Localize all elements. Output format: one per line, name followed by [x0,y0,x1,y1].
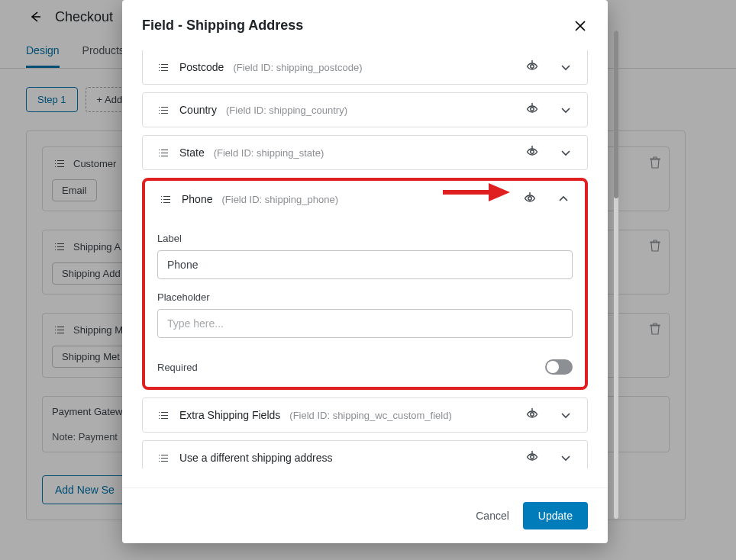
trash-icon[interactable] [647,238,661,255]
visibility-icon[interactable] [525,450,540,465]
field-id: (Field ID: shipping_state) [214,147,324,159]
back-arrow-icon[interactable] [26,8,44,26]
field-row-header[interactable]: Extra Shipping Fields (Field ID: shippin… [143,398,587,432]
field-row-extra-shipping: Extra Shipping Fields (Field ID: shippin… [142,397,588,433]
drag-handle-icon[interactable] [155,407,170,423]
step-1-button[interactable]: Step 1 [26,87,78,112]
visibility-icon[interactable] [525,60,540,75]
chevron-down-icon[interactable] [557,450,575,465]
field-row-country: Country (Field ID: shipping_country) [142,92,588,127]
modal-body: Postcode (Field ID: shipping_postcode) C… [122,50,608,488]
field-row-different-address: Use a different shipping address [142,440,588,468]
required-label: Required [157,362,198,373]
field-name: Postcode [179,61,224,73]
section-title: Payment Gatew [52,406,123,417]
required-toggle[interactable] [545,359,573,375]
placeholder-label: Placeholder [157,291,573,303]
section-title: Shipping M [73,324,123,336]
section-title: Shipping A [73,241,121,253]
chevron-down-icon[interactable] [557,60,575,75]
field-row-header[interactable]: Country (Field ID: shipping_country) [143,93,587,127]
drag-handle-icon[interactable] [155,60,170,75]
scrollbar-thumb[interactable] [614,31,618,198]
scrollbar[interactable] [614,31,618,519]
field-editor-modal: Field - Shipping Address Postcode (Field… [122,0,608,543]
add-new-section-button[interactable]: Add New Se [42,475,128,504]
visibility-icon[interactable] [525,407,540,423]
label-label: Label [157,233,573,244]
chevron-down-icon[interactable] [557,102,575,117]
field-row-phone-expanded: Phone (Field ID: shipping_phone) Label P… [142,178,588,390]
trash-icon[interactable] [647,155,661,172]
close-icon[interactable] [571,17,588,34]
field-id: (Field ID: shipping_wc_custom_field) [289,410,451,421]
visibility-icon[interactable] [525,102,540,117]
trash-icon[interactable] [647,321,661,338]
visibility-icon[interactable] [525,145,540,160]
field-row-header[interactable]: Phone (Field ID: shipping_phone) [147,182,583,216]
chevron-up-icon[interactable] [554,191,573,207]
field-settings-body: Label Placeholder Required [147,216,583,385]
tab-products[interactable]: Products [82,44,124,68]
field-name: State [179,146,205,159]
field-id: (Field ID: shipping_postcode) [233,62,362,73]
field-row-header[interactable]: Use a different shipping address [143,441,587,468]
field-id: (Field ID: shipping_phone) [221,194,337,205]
field-row-header[interactable]: Postcode (Field ID: shipping_postcode) [143,50,587,84]
field-pill-shipping-address[interactable]: Shipping Add [52,262,131,285]
field-row-state: State (Field ID: shipping_state) [142,135,588,170]
update-button[interactable]: Update [523,502,588,529]
modal-header: Field - Shipping Address [122,0,608,50]
field-name: Use a different shipping address [179,452,333,464]
tab-design[interactable]: Design [26,44,60,68]
drag-handle-icon[interactable] [155,145,170,160]
visibility-icon[interactable] [522,191,537,207]
drag-handle-icon[interactable] [157,191,173,207]
drag-handle-icon[interactable] [155,102,170,117]
drag-handle-icon[interactable] [155,450,170,465]
cancel-button[interactable]: Cancel [476,510,509,522]
section-title: Customer [73,158,116,169]
chevron-down-icon[interactable] [557,145,575,160]
field-id: (Field ID: shipping_country) [226,105,347,116]
field-pill-email[interactable]: Email [52,179,97,201]
modal-title: Field - Shipping Address [142,18,303,34]
placeholder-input[interactable] [157,309,573,338]
chevron-down-icon[interactable] [557,407,575,423]
label-input[interactable] [157,250,573,279]
field-pill-shipping-method[interactable]: Shipping Met [52,346,130,368]
page-title: Checkout [55,9,113,25]
field-row-postcode: Postcode (Field ID: shipping_postcode) [142,50,588,85]
modal-footer: Cancel Update [122,488,608,543]
field-name: Country [179,104,217,116]
field-name: Phone [182,193,212,205]
field-name: Extra Shipping Fields [179,409,280,421]
field-row-header[interactable]: State (Field ID: shipping_state) [143,136,587,169]
